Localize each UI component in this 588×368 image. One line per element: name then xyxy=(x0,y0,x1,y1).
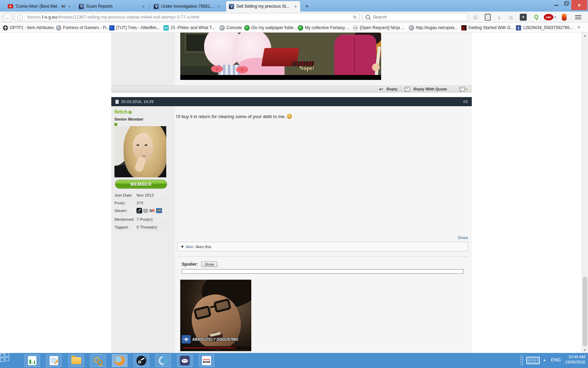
download-helper-icon[interactable]: ▼ xyxy=(519,13,527,21)
steamrep-icon[interactable]: S xyxy=(149,209,152,213)
start-button[interactable] xyxy=(0,352,10,362)
reload-icon[interactable]: ↻ xyxy=(353,14,357,20)
driving-tests-icon: DRIVING TESTS xyxy=(202,356,211,365)
trade-stack-icon[interactable] xyxy=(143,209,148,213)
taskbar-libreoffice-writer[interactable] xyxy=(46,354,62,367)
adblock-plus-button[interactable]: ABP ▾ xyxy=(543,13,556,21)
bookmarks-overflow-button[interactable]: » xyxy=(578,24,580,29)
bookmark-open-request-ninja[interactable]: [Open Request] Ninja ... xyxy=(353,24,405,31)
tab-close-icon[interactable]: × xyxy=(293,4,298,9)
tab-close-icon[interactable]: × xyxy=(67,4,71,9)
taskbar-discord[interactable] xyxy=(177,354,192,367)
bookmark-star-icon[interactable]: ☆ xyxy=(471,13,479,21)
taskbar-firefox[interactable] xyxy=(112,354,127,367)
language-indicator[interactable]: ENG xyxy=(551,357,561,362)
multiquote-plus-icon[interactable]: + xyxy=(465,87,468,91)
windows-taskbar: DRIVING TESTS xyxy=(0,353,588,368)
search-input[interactable] xyxy=(372,14,465,20)
tab-audio-speaker-icon[interactable] xyxy=(61,4,65,8)
close-window-icon: × xyxy=(578,2,581,8)
me-badge-icon[interactable]: ME xyxy=(156,208,162,213)
home-icon[interactable]: ⌂ xyxy=(507,13,515,21)
steam-icon xyxy=(136,356,146,366)
tab-close-icon[interactable]: × xyxy=(217,4,221,9)
minimize-button[interactable] xyxy=(552,0,561,8)
reddit-favicon-icon xyxy=(353,25,358,30)
tab-scam-reports[interactable]: V Scam Reports × xyxy=(76,1,148,12)
stat-value: 7 Post(s) xyxy=(136,217,153,222)
reply-with-quote-button[interactable]: Reply With Quote xyxy=(413,87,447,91)
clock[interactable]: 10:49 AM 19/05/2016 xyxy=(560,354,585,365)
bookmark-facebook-image[interactable]: f 12829434_55837592765... xyxy=(516,24,573,31)
meme-image: 9 NEWS ABSOLUTELY DISGUSTING xyxy=(180,280,251,351)
scroll-up-arrow[interactable]: ▲ xyxy=(582,33,588,38)
downloads-icon[interactable]: ↓ xyxy=(495,13,503,21)
search-bar xyxy=(363,13,468,21)
news-channel-badge: 9 NEWS xyxy=(182,335,191,343)
taskbar-torrent-app[interactable] xyxy=(155,354,171,367)
bookmark-tut-tries[interactable]: [TUT] Tries - AlliedMo... xyxy=(109,24,160,31)
username-link[interactable]: fletch xyxy=(114,109,127,115)
new-tab-button[interactable]: + xyxy=(302,2,312,11)
close-window-button[interactable]: × xyxy=(571,0,587,10)
tab-youtube[interactable]: 'Come Alive' (Best Mel... × xyxy=(5,1,74,12)
reading-list-icon[interactable] xyxy=(483,13,492,21)
share-link[interactable]: Share xyxy=(440,236,468,240)
bookmark-label: 15 -Philes and What T... xyxy=(170,25,215,30)
back-button[interactable]: ← xyxy=(3,13,13,22)
bookmark-fortress-of-gamers[interactable]: Fortress of Gamers - Fi... xyxy=(56,24,110,31)
bookmark-getting-started[interactable]: Getting Started With D... xyxy=(461,24,514,31)
scene-jacket-zipper xyxy=(354,38,355,73)
likes-box: ♥ Akio likes this. xyxy=(177,242,468,251)
spoiler-show-button[interactable]: Show xyxy=(201,261,217,267)
multiquote-bubble-icon[interactable] xyxy=(460,87,465,91)
foxyproxy-icon[interactable] xyxy=(560,13,568,21)
tab-under-investigation[interactable]: V Under Investigation 76561... × xyxy=(151,1,224,12)
tray-expand-caret-icon[interactable]: ▲ xyxy=(543,358,546,362)
user-title: Senior Member xyxy=(114,117,144,121)
reputation-pip-icon xyxy=(114,123,117,126)
post-number-link[interactable]: #3 xyxy=(463,100,468,104)
tab-close-icon[interactable]: × xyxy=(141,4,145,9)
bookmark-console[interactable]: Console xyxy=(219,24,242,31)
calc-icon xyxy=(28,356,36,365)
stat-join-date: Join Date: Nov 2013 xyxy=(114,191,168,199)
scroll-down-arrow[interactable]: ▼ xyxy=(582,347,588,353)
taskbar-driving-tests[interactable]: DRIVING TESTS xyxy=(199,354,214,367)
taskbar-libreoffice-calc[interactable] xyxy=(24,354,40,367)
menu-button[interactable] xyxy=(573,13,583,21)
steamrep-icon-r[interactable]: R xyxy=(152,209,155,213)
swirl-icon xyxy=(157,354,169,367)
restore-button[interactable] xyxy=(561,0,570,8)
restore-icon xyxy=(564,2,568,6)
user-avatar[interactable] xyxy=(114,126,166,177)
taskbar-keepass[interactable] xyxy=(90,354,106,367)
stat-value: 0 Thread(s) xyxy=(136,225,157,229)
touch-keyboard-icon[interactable] xyxy=(526,357,540,364)
quick-addon-icon[interactable]: Q xyxy=(532,13,540,21)
bookmark-wallpaper-folder[interactable]: Dis my wallpaper folde... xyxy=(244,24,297,31)
bookmark-optf2[interactable]: OPTF2 - Item Attributes xyxy=(3,24,54,31)
taskbar-grip[interactable] xyxy=(520,355,524,366)
site-info-icon[interactable]: i xyxy=(17,14,23,20)
globe-icon xyxy=(219,25,225,30)
subtitle-text: Nope! xyxy=(299,65,314,72)
meme-caption-text: ABSOLUTELY DISGUSTING xyxy=(192,338,238,341)
steam-icon[interactable] xyxy=(136,208,142,213)
tab-separator xyxy=(75,3,75,9)
bookmark-tugau[interactable]: http://tugau.net/upda... xyxy=(409,24,458,31)
tab-title: Under Investigation 76561... xyxy=(161,4,215,9)
tab-active-selling-thread[interactable]: V Sell Selling my precious St... × xyxy=(226,1,300,12)
url-bar[interactable]: i forums.f-o-g.eu/threads/11367-selling-… xyxy=(15,13,359,21)
scrollbar-thumb[interactable] xyxy=(583,277,587,346)
reply-button[interactable]: Reply xyxy=(386,87,397,91)
bookmark-collective-fantasy[interactable]: My collective Fantasy ... xyxy=(298,24,350,31)
bookmark-philes[interactable]: m.f 15 -Philes and What T... xyxy=(163,24,215,31)
taskbar-steam[interactable] xyxy=(134,354,149,367)
avatar-eye xyxy=(145,144,147,146)
likes-user-link[interactable]: Akio xyxy=(186,245,194,249)
taskbar-file-explorer[interactable] xyxy=(69,354,84,367)
stat-label: Steam: xyxy=(114,209,136,213)
spoiler-row: Spoiler: Show xyxy=(182,261,217,267)
globe-icon xyxy=(409,25,414,30)
